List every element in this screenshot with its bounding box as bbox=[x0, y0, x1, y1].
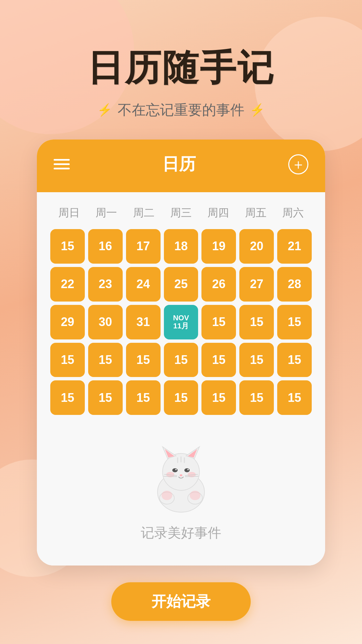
day-cell[interactable]: 19 bbox=[201, 229, 236, 264]
day-cell[interactable]: 16 bbox=[88, 229, 123, 264]
empty-state-text: 记录美好事件 bbox=[141, 524, 221, 542]
day-cell[interactable]: 17 bbox=[126, 229, 161, 264]
empty-state: 记录美好事件 bbox=[50, 428, 312, 552]
day-cell[interactable]: 15 bbox=[88, 380, 123, 415]
day-cell[interactable]: 15 bbox=[164, 343, 198, 377]
day-cell[interactable]: 15 bbox=[277, 305, 312, 339]
day-cell[interactable]: 26 bbox=[201, 267, 236, 302]
day-cell[interactable]: 15 bbox=[201, 343, 236, 377]
day-cell[interactable]: 15 bbox=[88, 343, 123, 377]
svg-point-9 bbox=[172, 468, 178, 472]
weekday-mon: 周一 bbox=[87, 202, 125, 224]
day-cell[interactable]: 15 bbox=[277, 343, 312, 377]
weekday-thu: 周四 bbox=[200, 202, 237, 224]
calendar-header: 日历 ＋ bbox=[37, 140, 325, 192]
weekday-fri: 周五 bbox=[237, 202, 274, 224]
today-nov-label: NOV bbox=[173, 314, 189, 322]
cat-illustration bbox=[144, 442, 218, 516]
svg-point-12 bbox=[187, 469, 189, 470]
app-subtitle: ⚡ 不在忘记重要的事件 ⚡ bbox=[97, 101, 265, 119]
day-cell[interactable]: 15 bbox=[50, 380, 85, 415]
svg-point-10 bbox=[184, 468, 190, 472]
day-cell[interactable]: 23 bbox=[88, 267, 123, 302]
calendar-title: 日历 bbox=[162, 153, 196, 175]
day-cell[interactable]: 15 bbox=[50, 343, 85, 377]
day-cell[interactable]: 21 bbox=[277, 229, 312, 264]
svg-point-23 bbox=[190, 491, 200, 500]
day-cell[interactable]: 15 bbox=[50, 229, 85, 264]
day-cell[interactable]: 28 bbox=[277, 267, 312, 302]
day-cell[interactable]: 15 bbox=[239, 305, 274, 339]
day-cell[interactable]: 15 bbox=[239, 380, 274, 415]
day-cell[interactable]: 20 bbox=[239, 229, 274, 264]
weekday-sat: 周六 bbox=[275, 202, 312, 224]
menu-button[interactable] bbox=[54, 159, 70, 169]
weekdays-row: 周日 周一 周二 周三 周四 周五 周六 bbox=[50, 202, 312, 224]
day-cell[interactable]: 15 bbox=[126, 343, 161, 377]
day-cell[interactable]: 15 bbox=[164, 380, 198, 415]
lightning-right-icon: ⚡ bbox=[250, 103, 265, 117]
start-recording-button[interactable]: 开始记录 bbox=[111, 582, 251, 621]
day-cell[interactable]: 15 bbox=[277, 380, 312, 415]
menu-line-1 bbox=[54, 159, 70, 161]
day-cell[interactable]: 15 bbox=[201, 380, 236, 415]
weekday-tue: 周二 bbox=[125, 202, 162, 224]
day-cell[interactable]: 27 bbox=[239, 267, 274, 302]
day-cell[interactable]: 25 bbox=[164, 267, 198, 302]
subtitle-text: 不在忘记重要的事件 bbox=[118, 101, 244, 119]
day-cell[interactable]: 18 bbox=[164, 229, 198, 264]
day-cell[interactable]: 15 bbox=[239, 343, 274, 377]
svg-line-19 bbox=[185, 476, 198, 477]
today-month-label: 11月 bbox=[173, 322, 189, 330]
add-event-button[interactable]: ＋ bbox=[288, 154, 308, 174]
calendar-card: 日历 ＋ 周日 周一 周二 周三 周四 周五 周六 15 16 17 18 19… bbox=[37, 140, 325, 566]
day-cell[interactable]: 22 bbox=[50, 267, 85, 302]
lightning-left-icon: ⚡ bbox=[97, 103, 112, 117]
svg-point-15 bbox=[180, 474, 182, 476]
weekday-wed: 周三 bbox=[162, 202, 199, 224]
weekday-sun: 周日 bbox=[50, 202, 87, 224]
today-cell[interactable]: NOV 11月 bbox=[164, 305, 198, 339]
svg-point-11 bbox=[175, 469, 177, 470]
day-cell[interactable]: 30 bbox=[88, 305, 123, 339]
svg-point-21 bbox=[162, 491, 172, 500]
page-content: 日历随手记 ⚡ 不在忘记重要的事件 ⚡ 日历 ＋ 周日 周一 周二 周三 周四 … bbox=[0, 0, 362, 644]
day-cell[interactable]: 15 bbox=[126, 380, 161, 415]
day-cell[interactable]: 31 bbox=[126, 305, 161, 339]
day-cell[interactable]: 15 bbox=[201, 305, 236, 339]
menu-line-2 bbox=[54, 163, 70, 165]
app-title: 日历随手记 bbox=[87, 44, 275, 93]
day-cell[interactable]: 29 bbox=[50, 305, 85, 339]
day-cell[interactable]: 24 bbox=[126, 267, 161, 302]
days-grid: 15 16 17 18 19 20 21 22 23 24 25 26 27 2… bbox=[50, 229, 312, 415]
menu-line-3 bbox=[54, 168, 70, 169]
svg-line-17 bbox=[164, 476, 177, 477]
calendar-body: 周日 周一 周二 周三 周四 周五 周六 15 16 17 18 19 20 2… bbox=[37, 192, 325, 566]
